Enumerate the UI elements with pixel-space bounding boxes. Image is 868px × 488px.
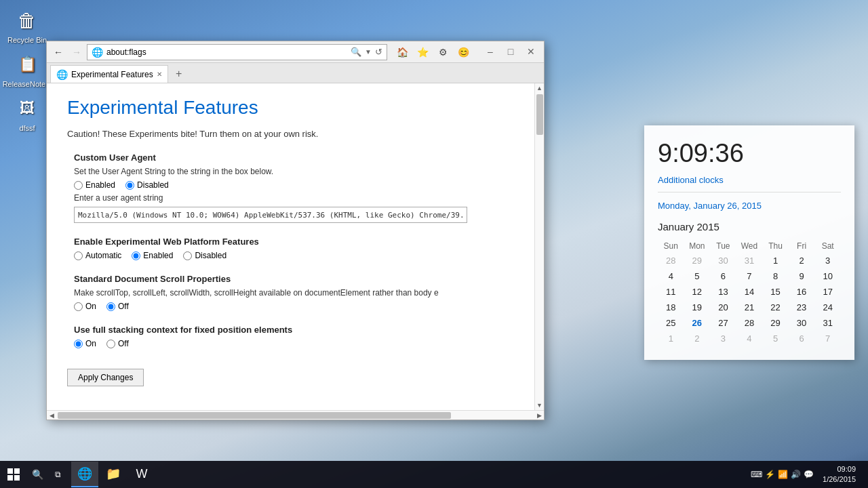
stacking-off-radio[interactable] [106, 340, 115, 348]
webplat-disabled-radio[interactable] [183, 251, 192, 260]
stacking-on-radio[interactable] [74, 340, 83, 348]
smiley-button[interactable]: 😊 [454, 43, 473, 61]
calendar-day[interactable]: 23 [789, 300, 815, 315]
scroll-left-arrow[interactable]: ◀ [47, 411, 56, 420]
webplat-disabled-radio-label[interactable]: Disabled [183, 251, 226, 260]
start-button[interactable] [3, 464, 24, 485]
calendar-day[interactable]: 2 [684, 331, 711, 346]
calendar-day[interactable]: 15 [762, 284, 789, 300]
disabled-radio-label[interactable]: Disabled [125, 180, 169, 190]
calendar-day[interactable]: 16 [789, 284, 815, 300]
automatic-radio-label[interactable]: Automatic [74, 251, 121, 260]
tab-close-button[interactable]: ✕ [157, 70, 162, 78]
calendar-day[interactable]: 12 [684, 284, 711, 300]
calendar-day[interactable]: 20 [710, 300, 736, 315]
search-icon[interactable]: 🔍 [351, 47, 361, 57]
calendar-day[interactable]: 13 [710, 284, 736, 300]
address-input[interactable]: about:flags [106, 47, 347, 57]
disabled-radio[interactable] [125, 181, 134, 190]
word-taskbar-button[interactable]: W [128, 462, 155, 487]
automatic-radio[interactable] [74, 251, 83, 260]
apply-changes-button[interactable]: Apply Changes [67, 369, 144, 386]
calendar-day[interactable]: 19 [684, 300, 711, 315]
scroll-thumb[interactable] [536, 94, 543, 135]
minimize-button[interactable]: – [481, 43, 500, 60]
calendar-day[interactable]: 2 [789, 253, 815, 268]
calendar-day[interactable]: 9 [789, 268, 815, 284]
settings-button[interactable]: ⚙ [433, 43, 452, 61]
stacking-off-radio-label[interactable]: Off [106, 339, 129, 348]
calendar-day[interactable]: 3 [814, 253, 841, 268]
close-button[interactable]: ✕ [521, 43, 540, 60]
calendar-day[interactable]: 14 [736, 284, 763, 300]
calendar-day[interactable]: 27 [710, 315, 736, 331]
taskbar-clock[interactable]: 09:09 1/26/2015 [817, 464, 861, 485]
horizontal-scrollbar[interactable]: ◀ ▶ [47, 410, 544, 420]
scroll-off-radio[interactable] [106, 302, 115, 311]
calendar-day[interactable]: 21 [736, 300, 763, 315]
enabled-radio-label[interactable]: Enabled [74, 180, 115, 190]
calendar-day[interactable]: 1 [658, 331, 684, 346]
calendar-day[interactable]: 24 [814, 300, 841, 315]
release-notes-icon[interactable]: 📋 ReleaseNote... [7, 51, 47, 88]
scroll-up-arrow[interactable]: ▲ [535, 83, 545, 93]
scroll-down-arrow[interactable]: ▼ [535, 401, 545, 410]
enabled-radio[interactable] [74, 181, 83, 190]
scroll-right-arrow[interactable]: ▶ [534, 411, 544, 420]
scroll-on-radio[interactable] [74, 302, 83, 311]
dropdown-icon[interactable]: ▼ [365, 48, 372, 56]
webplat-enabled-radio-label[interactable]: Enabled [132, 251, 173, 260]
stacking-on-radio-label[interactable]: On [74, 339, 96, 348]
address-bar[interactable]: 🌐 about:flags 🔍 ▼ ↺ [87, 44, 387, 60]
calendar-day[interactable]: 6 [789, 331, 815, 346]
calendar-day[interactable]: 5 [684, 268, 711, 284]
vertical-scrollbar[interactable]: ▲ ▼ [534, 83, 544, 410]
calendar-day[interactable]: 11 [658, 284, 684, 300]
back-button[interactable]: ← [50, 44, 66, 60]
hscroll-thumb[interactable] [58, 412, 451, 419]
favorites-button[interactable]: ⭐ [413, 43, 432, 61]
calendar-day[interactable]: 6 [710, 268, 736, 284]
additional-clocks-link[interactable]: Additional clocks [658, 175, 841, 185]
ie-taskbar-button[interactable]: 🌐 [71, 462, 98, 487]
calendar-day[interactable]: 29 [762, 315, 789, 331]
calendar-day[interactable]: 4 [658, 268, 684, 284]
calendar-day[interactable]: 5 [762, 331, 789, 346]
scroll-off-radio-label[interactable]: Off [106, 302, 129, 311]
calendar-day[interactable]: 17 [814, 284, 841, 300]
dfssf-icon[interactable]: 🖼 dfssf [7, 95, 47, 132]
calendar-day[interactable]: 3 [710, 331, 736, 346]
experimental-features-tab[interactable]: 🌐 Experimental Features ✕ [50, 65, 168, 83]
home-button[interactable]: 🏠 [393, 43, 412, 61]
explorer-taskbar-button[interactable]: 📁 [100, 462, 127, 487]
calendar-day[interactable]: 4 [736, 331, 763, 346]
calendar-day[interactable]: 31 [814, 315, 841, 331]
task-view-button[interactable]: ⧉ [47, 464, 68, 485]
taskbar-search-button[interactable]: 🔍 [27, 464, 47, 485]
scroll-on-radio-label[interactable]: On [74, 302, 96, 311]
calendar-day[interactable]: 30 [710, 253, 736, 268]
calendar-day[interactable]: 26 [684, 315, 711, 331]
calendar-day[interactable]: 25 [658, 315, 684, 331]
webplat-enabled-radio[interactable] [132, 251, 140, 260]
scroll-track[interactable] [536, 94, 543, 399]
maximize-button[interactable]: □ [501, 43, 520, 60]
calendar-day[interactable]: 29 [684, 253, 711, 268]
calendar-day[interactable]: 28 [658, 253, 684, 268]
hscroll-track[interactable] [58, 412, 533, 419]
calendar-day[interactable]: 18 [658, 300, 684, 315]
calendar-day[interactable]: 10 [814, 268, 841, 284]
calendar-day[interactable]: 30 [789, 315, 815, 331]
calendar-day[interactable]: 7 [814, 331, 841, 346]
calendar-day[interactable]: 28 [736, 315, 763, 331]
new-tab-button[interactable]: + [170, 65, 188, 83]
recycle-bin-icon[interactable]: 🗑 Recycle Bin [7, 7, 47, 44]
calendar-day[interactable]: 8 [762, 268, 789, 284]
calendar-day[interactable]: 22 [762, 300, 789, 315]
refresh-icon[interactable]: ↺ [375, 47, 382, 57]
calendar-day[interactable]: 1 [762, 253, 789, 268]
user-agent-input[interactable] [74, 207, 467, 223]
calendar-day[interactable]: 31 [736, 253, 763, 268]
calendar-day[interactable]: 7 [736, 268, 763, 284]
forward-button[interactable]: → [68, 44, 85, 60]
